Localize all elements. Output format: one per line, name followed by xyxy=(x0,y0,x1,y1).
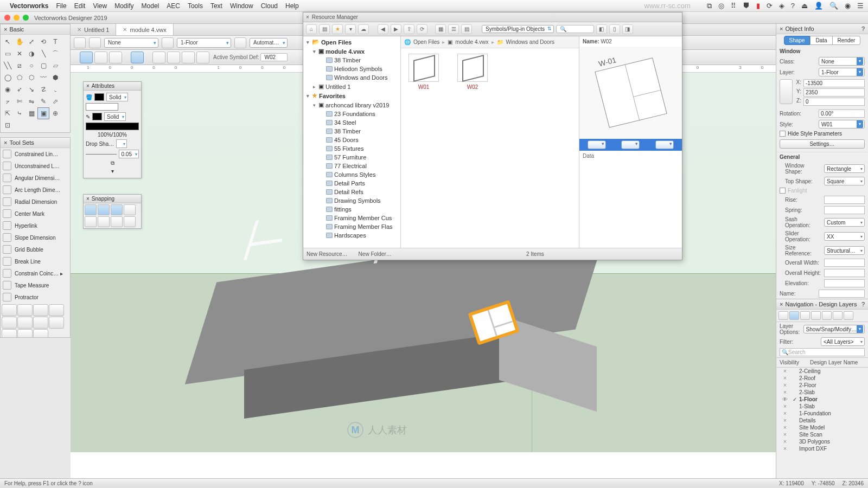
oip-coord-mode[interactable] xyxy=(780,79,793,104)
tray-shield-icon[interactable]: ⛊ xyxy=(743,2,750,10)
tray-icon[interactable]: ⧉ xyxy=(707,2,712,10)
menu-modify[interactable]: Modify xyxy=(114,2,133,10)
close-button[interactable] xyxy=(4,15,10,21)
tray-help-icon[interactable]: ? xyxy=(791,2,795,10)
nav-layer-row[interactable]: ×1-Slab xyxy=(776,403,868,410)
snap-smart[interactable] xyxy=(85,216,97,227)
mode-opt3[interactable] xyxy=(182,52,195,63)
oip-field-select[interactable]: Square xyxy=(824,177,865,185)
toolset-item[interactable]: Center Mark xyxy=(1,208,70,220)
opacity-value[interactable]: 100%/100% xyxy=(98,132,127,138)
nav-layer-row[interactable]: ×3D Polygons xyxy=(776,438,868,445)
toolset-tab[interactable] xyxy=(49,304,64,316)
toolset-item[interactable]: Slope Dimension xyxy=(1,232,70,243)
rm-up-icon[interactable]: ⇧ xyxy=(404,24,414,34)
tray-menu-icon[interactable]: ☰ xyxy=(857,2,864,10)
rm-search-input[interactable]: 🔍 xyxy=(556,25,594,33)
rm-type-filter[interactable]: Symbols/Plug-in Objects xyxy=(482,25,554,33)
active-symbol-value[interactable]: W02 xyxy=(260,53,288,61)
rm-pane-left-icon[interactable]: ◧ xyxy=(596,24,607,34)
reshape-tool[interactable]: ↘ xyxy=(25,84,37,95)
trim-tool[interactable]: ✄ xyxy=(14,95,25,107)
nav-layer-row[interactable]: ×1-Foundation xyxy=(776,410,868,417)
close-icon[interactable]: ✕ xyxy=(123,27,127,33)
thickness-select[interactable]: 0.05 xyxy=(119,150,139,158)
visibility-tool[interactable]: ◑ xyxy=(25,48,37,60)
nav-filter-select[interactable]: <All Layers> xyxy=(821,337,865,346)
toolset-item[interactable]: Unconstrained L… xyxy=(1,160,70,172)
menu-cloud[interactable]: Cloud xyxy=(261,2,278,10)
oip-field-input[interactable] xyxy=(824,206,865,214)
flyover-tool[interactable]: ⟲ xyxy=(37,36,49,48)
oip-class-select[interactable]: None xyxy=(819,57,865,66)
nav-layer-options[interactable]: Show/Snap/Modify… xyxy=(803,325,865,333)
tray-icon[interactable]: ⠿ xyxy=(731,2,736,10)
oip-hide-style-check[interactable]: Hide Style Parameters xyxy=(776,130,868,138)
text-tool[interactable]: T xyxy=(49,36,61,48)
nav-viewports-icon[interactable] xyxy=(811,311,821,320)
oip-name-input[interactable] xyxy=(819,290,865,298)
pen-style-select[interactable]: Solid xyxy=(104,112,126,121)
oip-field-select[interactable]: Custom xyxy=(824,218,865,227)
offset-tool[interactable]: ⇱ xyxy=(2,107,14,119)
mode-insert[interactable] xyxy=(80,52,93,63)
class-icon[interactable] xyxy=(89,37,101,48)
symbol-insert-tool[interactable]: ▣ xyxy=(37,107,49,119)
nav-design-layers-icon[interactable] xyxy=(789,311,799,320)
snap-tangent[interactable] xyxy=(124,216,136,227)
rm-insert-opt[interactable] xyxy=(621,140,640,149)
rm-new-folder-button[interactable]: New Folder… xyxy=(359,251,392,257)
nav-new-icon[interactable] xyxy=(844,311,853,320)
back-button[interactable] xyxy=(74,37,86,48)
split-tool[interactable]: ✎ xyxy=(37,95,49,107)
toolset-item[interactable]: Hyperlink xyxy=(1,220,70,232)
nav-layer-row[interactable]: ×2-Roof xyxy=(776,375,868,382)
nav-classes-icon[interactable] xyxy=(778,311,788,320)
close-icon[interactable]: × xyxy=(306,14,309,20)
toolset-item[interactable]: Arc Length Dime… xyxy=(1,184,70,196)
lasso-tool[interactable]: ☡ xyxy=(37,84,49,95)
rm-cloud-icon[interactable]: ☁ xyxy=(358,24,369,34)
double-line-tool[interactable]: ╲╲ xyxy=(2,60,14,72)
selection-tool[interactable]: ↖ xyxy=(2,36,14,48)
oip-tab-data[interactable]: Data xyxy=(810,36,832,45)
snap-grid[interactable] xyxy=(85,204,97,215)
pen-color-swatch[interactable] xyxy=(92,113,102,120)
toolset-item[interactable]: Tape Measure xyxy=(1,279,70,291)
tray-icon[interactable]: ◎ xyxy=(718,2,724,10)
oip-field-input[interactable] xyxy=(824,279,865,287)
line-cross-tool[interactable]: ✕ xyxy=(14,48,25,60)
toolset-tab[interactable] xyxy=(2,329,17,338)
rm-file-icon[interactable]: ▤ xyxy=(319,24,330,34)
tray-icon[interactable]: ⏏ xyxy=(801,2,808,10)
nav-sheet-layers-icon[interactable] xyxy=(800,311,810,320)
doc-tab-module4[interactable]: ✕module 4.vwx xyxy=(116,24,173,35)
effect-select[interactable] xyxy=(116,139,127,148)
polygon-tool[interactable]: ⬠ xyxy=(14,72,25,84)
nav-layer-row[interactable]: ×Import DXF xyxy=(776,445,868,452)
callout-tool[interactable]: ⊡ xyxy=(2,119,14,131)
menu-file[interactable]: File xyxy=(56,2,66,10)
toolset-item[interactable]: Protractor xyxy=(1,291,70,303)
toolset-item[interactable]: Break Line xyxy=(1,255,70,267)
oip-x-input[interactable]: -13500 xyxy=(803,79,865,87)
toolset-tab[interactable] xyxy=(17,317,33,329)
pen-icon[interactable]: ✎ xyxy=(86,114,90,120)
fill-bucket-icon[interactable]: 🪣 xyxy=(86,94,92,100)
layer-select[interactable]: 1-Floor xyxy=(177,38,231,48)
spiral-tool[interactable]: ◉ xyxy=(2,84,14,95)
toolset-tab[interactable] xyxy=(49,317,64,329)
toolset-tab[interactable] xyxy=(33,304,48,316)
toolset-item[interactable]: Constrained Lin… xyxy=(1,148,70,160)
nav-references-icon[interactable] xyxy=(833,311,843,320)
oip-style-select[interactable]: W01 xyxy=(819,120,865,129)
rm-breadcrumb[interactable]: 🌐 Open Files▸ ▣ module 4.vwx▸ 📁 Windows … xyxy=(401,36,579,48)
oip-settings-button[interactable]: Settings… xyxy=(780,139,865,149)
rect-tool[interactable]: ▭ xyxy=(2,48,14,60)
rm-favorites-icon[interactable]: ★ xyxy=(332,24,343,34)
menu-help[interactable]: Help xyxy=(285,2,299,10)
toolset-tab[interactable] xyxy=(33,317,48,329)
nav-layer-row[interactable]: 👁✓1-Floor xyxy=(776,396,868,403)
toolset-item[interactable]: Radial Dimension xyxy=(1,196,70,208)
connect-tool[interactable]: ⤷ xyxy=(14,107,25,119)
